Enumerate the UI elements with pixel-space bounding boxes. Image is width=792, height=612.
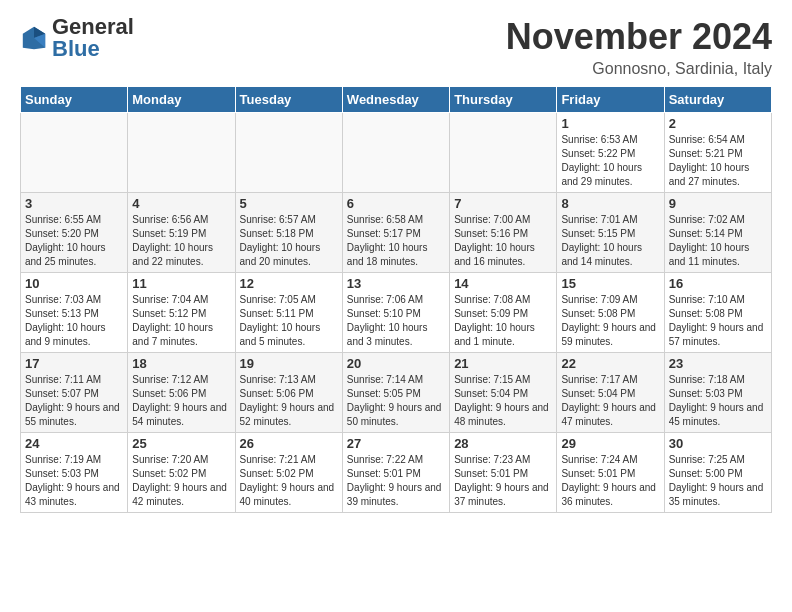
day-number: 7 (454, 196, 552, 211)
day-number: 24 (25, 436, 123, 451)
day-info: Sunrise: 7:25 AM Sunset: 5:00 PM Dayligh… (669, 453, 767, 509)
day-info: Sunrise: 7:02 AM Sunset: 5:14 PM Dayligh… (669, 213, 767, 269)
header-thursday: Thursday (450, 87, 557, 113)
calendar-cell: 16Sunrise: 7:10 AM Sunset: 5:08 PM Dayli… (664, 273, 771, 353)
calendar-table: Sunday Monday Tuesday Wednesday Thursday… (20, 86, 772, 513)
day-number: 15 (561, 276, 659, 291)
day-info: Sunrise: 7:23 AM Sunset: 5:01 PM Dayligh… (454, 453, 552, 509)
day-info: Sunrise: 6:58 AM Sunset: 5:17 PM Dayligh… (347, 213, 445, 269)
day-number: 25 (132, 436, 230, 451)
month-title: November 2024 (506, 16, 772, 58)
calendar-cell: 29Sunrise: 7:24 AM Sunset: 5:01 PM Dayli… (557, 433, 664, 513)
logo-blue-text: Blue (52, 36, 100, 61)
calendar-cell: 19Sunrise: 7:13 AM Sunset: 5:06 PM Dayli… (235, 353, 342, 433)
day-info: Sunrise: 7:09 AM Sunset: 5:08 PM Dayligh… (561, 293, 659, 349)
calendar-cell (128, 113, 235, 193)
day-number: 22 (561, 356, 659, 371)
calendar-cell: 22Sunrise: 7:17 AM Sunset: 5:04 PM Dayli… (557, 353, 664, 433)
day-info: Sunrise: 6:53 AM Sunset: 5:22 PM Dayligh… (561, 133, 659, 189)
day-number: 26 (240, 436, 338, 451)
calendar-cell: 26Sunrise: 7:21 AM Sunset: 5:02 PM Dayli… (235, 433, 342, 513)
calendar-cell: 28Sunrise: 7:23 AM Sunset: 5:01 PM Dayli… (450, 433, 557, 513)
day-number: 10 (25, 276, 123, 291)
calendar-cell: 25Sunrise: 7:20 AM Sunset: 5:02 PM Dayli… (128, 433, 235, 513)
calendar-cell: 4Sunrise: 6:56 AM Sunset: 5:19 PM Daylig… (128, 193, 235, 273)
calendar-week-3: 17Sunrise: 7:11 AM Sunset: 5:07 PM Dayli… (21, 353, 772, 433)
day-info: Sunrise: 7:01 AM Sunset: 5:15 PM Dayligh… (561, 213, 659, 269)
day-number: 18 (132, 356, 230, 371)
calendar-week-4: 24Sunrise: 7:19 AM Sunset: 5:03 PM Dayli… (21, 433, 772, 513)
calendar-week-0: 1Sunrise: 6:53 AM Sunset: 5:22 PM Daylig… (21, 113, 772, 193)
day-number: 23 (669, 356, 767, 371)
day-info: Sunrise: 7:18 AM Sunset: 5:03 PM Dayligh… (669, 373, 767, 429)
day-number: 28 (454, 436, 552, 451)
header-friday: Friday (557, 87, 664, 113)
day-info: Sunrise: 6:57 AM Sunset: 5:18 PM Dayligh… (240, 213, 338, 269)
header-tuesday: Tuesday (235, 87, 342, 113)
header-sunday: Sunday (21, 87, 128, 113)
day-number: 12 (240, 276, 338, 291)
day-info: Sunrise: 6:55 AM Sunset: 5:20 PM Dayligh… (25, 213, 123, 269)
day-number: 29 (561, 436, 659, 451)
page: General Blue November 2024 Gonnosno, Sar… (0, 0, 792, 612)
day-info: Sunrise: 7:11 AM Sunset: 5:07 PM Dayligh… (25, 373, 123, 429)
calendar-cell: 9Sunrise: 7:02 AM Sunset: 5:14 PM Daylig… (664, 193, 771, 273)
calendar-cell (450, 113, 557, 193)
calendar-cell: 8Sunrise: 7:01 AM Sunset: 5:15 PM Daylig… (557, 193, 664, 273)
day-number: 11 (132, 276, 230, 291)
day-number: 19 (240, 356, 338, 371)
calendar-cell: 24Sunrise: 7:19 AM Sunset: 5:03 PM Dayli… (21, 433, 128, 513)
header-row: General Blue November 2024 Gonnosno, Sar… (20, 16, 772, 78)
day-number: 6 (347, 196, 445, 211)
logo: General Blue (20, 16, 134, 60)
day-number: 27 (347, 436, 445, 451)
calendar-cell: 18Sunrise: 7:12 AM Sunset: 5:06 PM Dayli… (128, 353, 235, 433)
day-info: Sunrise: 6:56 AM Sunset: 5:19 PM Dayligh… (132, 213, 230, 269)
day-info: Sunrise: 7:06 AM Sunset: 5:10 PM Dayligh… (347, 293, 445, 349)
day-info: Sunrise: 6:54 AM Sunset: 5:21 PM Dayligh… (669, 133, 767, 189)
day-info: Sunrise: 7:10 AM Sunset: 5:08 PM Dayligh… (669, 293, 767, 349)
calendar-cell (342, 113, 449, 193)
header-wednesday: Wednesday (342, 87, 449, 113)
calendar-cell: 3Sunrise: 6:55 AM Sunset: 5:20 PM Daylig… (21, 193, 128, 273)
day-number: 17 (25, 356, 123, 371)
calendar-cell: 20Sunrise: 7:14 AM Sunset: 5:05 PM Dayli… (342, 353, 449, 433)
day-info: Sunrise: 7:14 AM Sunset: 5:05 PM Dayligh… (347, 373, 445, 429)
day-info: Sunrise: 7:19 AM Sunset: 5:03 PM Dayligh… (25, 453, 123, 509)
calendar-cell: 17Sunrise: 7:11 AM Sunset: 5:07 PM Dayli… (21, 353, 128, 433)
day-info: Sunrise: 7:22 AM Sunset: 5:01 PM Dayligh… (347, 453, 445, 509)
calendar-cell (21, 113, 128, 193)
day-info: Sunrise: 7:17 AM Sunset: 5:04 PM Dayligh… (561, 373, 659, 429)
day-number: 5 (240, 196, 338, 211)
day-info: Sunrise: 7:13 AM Sunset: 5:06 PM Dayligh… (240, 373, 338, 429)
location: Gonnosno, Sardinia, Italy (506, 60, 772, 78)
calendar-cell: 1Sunrise: 6:53 AM Sunset: 5:22 PM Daylig… (557, 113, 664, 193)
day-number: 30 (669, 436, 767, 451)
day-info: Sunrise: 7:04 AM Sunset: 5:12 PM Dayligh… (132, 293, 230, 349)
day-info: Sunrise: 7:12 AM Sunset: 5:06 PM Dayligh… (132, 373, 230, 429)
day-info: Sunrise: 7:05 AM Sunset: 5:11 PM Dayligh… (240, 293, 338, 349)
day-number: 16 (669, 276, 767, 291)
calendar-cell: 23Sunrise: 7:18 AM Sunset: 5:03 PM Dayli… (664, 353, 771, 433)
calendar-cell: 12Sunrise: 7:05 AM Sunset: 5:11 PM Dayli… (235, 273, 342, 353)
calendar-cell: 6Sunrise: 6:58 AM Sunset: 5:17 PM Daylig… (342, 193, 449, 273)
day-number: 14 (454, 276, 552, 291)
day-info: Sunrise: 7:08 AM Sunset: 5:09 PM Dayligh… (454, 293, 552, 349)
calendar-cell: 10Sunrise: 7:03 AM Sunset: 5:13 PM Dayli… (21, 273, 128, 353)
day-number: 3 (25, 196, 123, 211)
calendar-cell: 14Sunrise: 7:08 AM Sunset: 5:09 PM Dayli… (450, 273, 557, 353)
day-info: Sunrise: 7:24 AM Sunset: 5:01 PM Dayligh… (561, 453, 659, 509)
day-number: 8 (561, 196, 659, 211)
weekday-header-row: Sunday Monday Tuesday Wednesday Thursday… (21, 87, 772, 113)
day-number: 13 (347, 276, 445, 291)
header-monday: Monday (128, 87, 235, 113)
day-info: Sunrise: 7:03 AM Sunset: 5:13 PM Dayligh… (25, 293, 123, 349)
calendar-cell: 30Sunrise: 7:25 AM Sunset: 5:00 PM Dayli… (664, 433, 771, 513)
day-number: 20 (347, 356, 445, 371)
day-number: 21 (454, 356, 552, 371)
day-number: 2 (669, 116, 767, 131)
calendar-cell: 13Sunrise: 7:06 AM Sunset: 5:10 PM Dayli… (342, 273, 449, 353)
calendar-cell: 5Sunrise: 6:57 AM Sunset: 5:18 PM Daylig… (235, 193, 342, 273)
day-info: Sunrise: 7:21 AM Sunset: 5:02 PM Dayligh… (240, 453, 338, 509)
calendar-cell: 21Sunrise: 7:15 AM Sunset: 5:04 PM Dayli… (450, 353, 557, 433)
